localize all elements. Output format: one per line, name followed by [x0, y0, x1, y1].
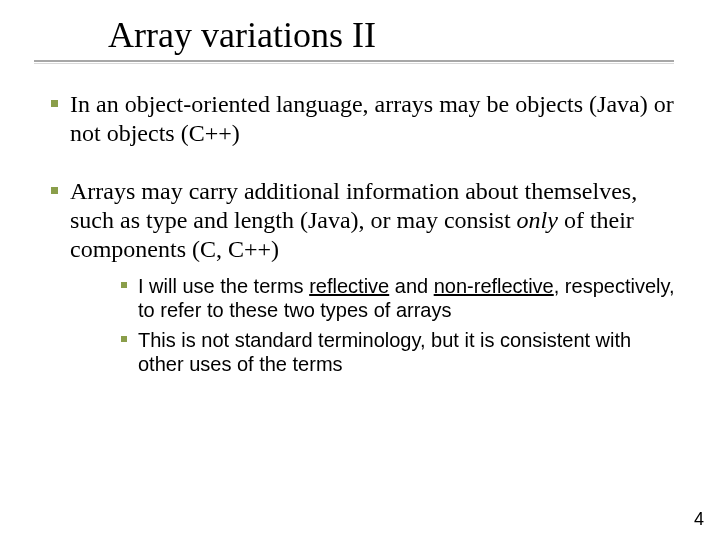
- text-underline: non-reflective: [434, 275, 554, 297]
- slide: Array variations II In an object-oriente…: [0, 0, 720, 540]
- bullet-square-icon: [38, 90, 70, 107]
- text-fragment: and: [389, 275, 433, 297]
- bullet-square-icon: [110, 274, 138, 288]
- sub-bullet-item: I will use the terms reflective and non-…: [110, 274, 678, 322]
- text-fragment: I will use the terms: [138, 275, 309, 297]
- bullet-square-icon: [38, 177, 70, 194]
- sub-bullet-text: This is not standard terminology, but it…: [138, 328, 678, 376]
- page-number: 4: [694, 509, 704, 530]
- slide-body: In an object-oriented language, arrays m…: [38, 90, 678, 410]
- slide-title: Array variations II: [108, 14, 376, 56]
- title-underline: [34, 60, 674, 62]
- sub-bullet-list: I will use the terms reflective and non-…: [110, 274, 678, 376]
- text-underline: reflective: [309, 275, 389, 297]
- bullet-text: Arrays may carry additional information …: [70, 177, 678, 383]
- sub-bullet-item: This is not standard terminology, but it…: [110, 328, 678, 376]
- bullet-item: In an object-oriented language, arrays m…: [38, 90, 678, 149]
- bullet-square-icon: [110, 328, 138, 342]
- bullet-text: In an object-oriented language, arrays m…: [70, 90, 678, 149]
- sub-bullet-text: I will use the terms reflective and non-…: [138, 274, 678, 322]
- text-italic: only: [517, 207, 558, 233]
- bullet-item: Arrays may carry additional information …: [38, 177, 678, 383]
